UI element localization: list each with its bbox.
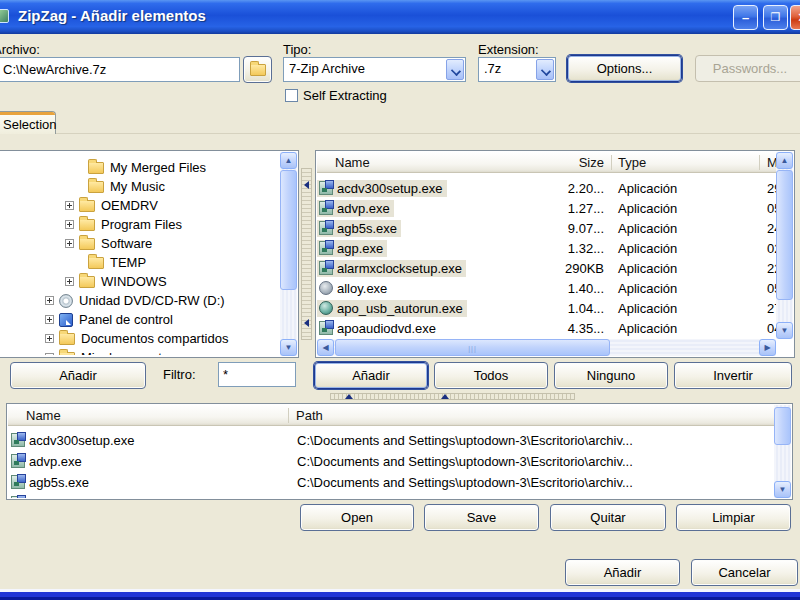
- browse-button[interactable]: [243, 56, 272, 83]
- file-row[interactable]: advp.exe 1.27...Aplicación05: [317, 198, 776, 218]
- column-header-name[interactable]: Name: [335, 155, 370, 170]
- scrollbar-thumb[interactable]: [774, 407, 791, 445]
- tree-item[interactable]: Program Files: [65, 215, 182, 234]
- scroll-up-icon[interactable]: ▲: [776, 152, 793, 169]
- tree-item[interactable]: My Merged Files: [88, 158, 206, 177]
- file-list-vertical-scrollbar[interactable]: ▲ ▼: [776, 152, 793, 339]
- maximize-button[interactable]: ❒: [763, 5, 788, 30]
- tree-item[interactable]: Panel de control: [45, 310, 173, 329]
- add-files-button[interactable]: Añadir: [314, 362, 428, 389]
- anadir-dialog-button[interactable]: Añadir: [565, 559, 680, 586]
- invert-selection-button[interactable]: Invertir: [674, 362, 792, 389]
- add-folder-button[interactable]: Añadir: [10, 362, 146, 389]
- title-bar[interactable]: ZipZag - Añadir elementos – ❒ ✕: [0, 0, 800, 34]
- scroll-down-icon[interactable]: ▼: [280, 339, 297, 356]
- folder-icon: [59, 352, 75, 356]
- expand-plus-icon[interactable]: [65, 239, 74, 248]
- chevron-down-icon[interactable]: [446, 59, 464, 80]
- passwords-button[interactable]: Passwords...: [695, 55, 800, 82]
- archive-type-select[interactable]: 7-Zip Archive: [283, 57, 466, 82]
- tree-item[interactable]: Documentos compartidos: [45, 329, 228, 348]
- limpiar-button[interactable]: Limpiar: [676, 504, 791, 531]
- self-extracting-label: Self Extracting: [303, 88, 387, 103]
- added-file-row[interactable]: agp.exe C:\Documents and Settings\uptodo…: [9, 493, 79, 498]
- tree-item[interactable]: My Music: [88, 177, 165, 196]
- expand-plus-icon[interactable]: [45, 334, 54, 343]
- scroll-right-icon[interactable]: ▶: [759, 339, 776, 356]
- open-button[interactable]: Open: [300, 504, 414, 531]
- horizontal-splitter[interactable]: [330, 393, 575, 400]
- file-row[interactable]: agp.exe 1.32...Aplicación02: [317, 238, 776, 258]
- added-file-row[interactable]: acdv300setup.exe C:\Documents and Settin…: [9, 430, 139, 450]
- folder-icon: [88, 181, 104, 193]
- column-header-name[interactable]: Name: [26, 408, 61, 423]
- options-button[interactable]: Options...: [567, 55, 682, 82]
- extension-value: .7z: [484, 61, 501, 76]
- installer-icon: [11, 475, 25, 489]
- tree-vertical-scrollbar[interactable]: ▲ ▼: [280, 152, 297, 356]
- select-all-button[interactable]: Todos: [434, 362, 548, 389]
- column-header-size[interactable]: Size: [542, 155, 604, 170]
- file-row[interactable]: alloy.exe 1.40...Aplicación05: [317, 278, 776, 298]
- tree-item[interactable]: TEMP: [88, 253, 146, 272]
- collapse-left-icon[interactable]: [304, 181, 309, 189]
- quitar-button[interactable]: Quitar: [550, 504, 666, 531]
- installer-icon: [319, 241, 333, 255]
- tree-item[interactable]: Unidad DVD/CD-RW (D:): [45, 291, 225, 310]
- tree-item[interactable]: Mis documentos: [45, 348, 176, 355]
- scrollbar-thumb[interactable]: |||: [335, 339, 610, 356]
- installer-icon: [11, 433, 25, 447]
- panel-splitter[interactable]: [301, 168, 312, 340]
- scroll-left-icon[interactable]: ◀: [317, 339, 334, 356]
- file-list[interactable]: Name Size Type M acdv300setup.exe 2.20..…: [315, 150, 795, 358]
- installer-icon: [11, 496, 25, 498]
- extension-select[interactable]: .7z: [478, 57, 556, 82]
- close-button[interactable]: ✕: [790, 5, 800, 30]
- scroll-down-icon[interactable]: ▼: [776, 322, 793, 339]
- scroll-up-icon[interactable]: ▲: [280, 152, 297, 169]
- expand-plus-icon[interactable]: [65, 201, 74, 210]
- save-button[interactable]: Save: [424, 504, 539, 531]
- file-row[interactable]: alarmxclocksetup.exe 290KBAplicación22: [317, 258, 776, 278]
- scroll-down-icon[interactable]: ▼: [774, 481, 791, 498]
- file-row[interactable]: agb5s.exe 9.07...Aplicación24: [317, 218, 776, 238]
- column-header-path[interactable]: Path: [296, 408, 323, 423]
- expand-plus-icon[interactable]: [65, 277, 74, 286]
- expand-plus-icon[interactable]: [65, 220, 74, 229]
- folder-tree[interactable]: My Merged Files My Music OEMDRV Program …: [0, 150, 299, 358]
- expand-plus-icon[interactable]: [45, 296, 54, 305]
- tree-item[interactable]: OEMDRV: [65, 196, 158, 215]
- tree-item[interactable]: WINDOWS: [65, 272, 167, 291]
- file-list-horizontal-scrollbar[interactable]: ◀ ||| ▶: [317, 339, 776, 356]
- cd-drive-icon: [59, 294, 73, 308]
- tree-scrollbar-thumb[interactable]: [280, 170, 297, 290]
- self-extracting-checkbox[interactable]: [285, 89, 298, 102]
- expand-plus-icon[interactable]: [45, 315, 54, 324]
- folder-open-icon: [250, 64, 266, 76]
- chevron-down-icon[interactable]: [536, 59, 554, 80]
- minimize-button[interactable]: –: [733, 5, 758, 30]
- folder-icon: [79, 238, 95, 250]
- filter-input[interactable]: [218, 362, 296, 387]
- added-list-scrollbar[interactable]: ▼: [774, 405, 791, 498]
- file-row[interactable]: apo_usb_autorun.exe 1.04...Aplicación27: [317, 298, 776, 318]
- added-file-row[interactable]: advp.exe C:\Documents and Settings\uptod…: [9, 451, 86, 471]
- installer-icon: [319, 321, 333, 335]
- app-icon: [0, 9, 9, 23]
- tree-item[interactable]: Software: [65, 234, 152, 253]
- file-row[interactable]: apoaudiodvd.exe 4.35...Aplicación04: [317, 318, 776, 338]
- column-header-type[interactable]: Type: [618, 155, 646, 170]
- expand-plus-icon[interactable]: [45, 353, 54, 355]
- file-row[interactable]: acdv300setup.exe 2.20...Aplicación29: [317, 178, 776, 198]
- added-files-list[interactable]: Name Path acdv300setup.exe C:\Documents …: [6, 403, 793, 500]
- tree-items: My Merged Files My Music OEMDRV Program …: [1, 155, 278, 355]
- cancelar-button[interactable]: Cancelar: [691, 559, 798, 586]
- collapse-up-icon[interactable]: [441, 394, 449, 399]
- collapse-up-icon[interactable]: [345, 394, 353, 399]
- added-file-row[interactable]: agb5s.exe C:\Documents and Settings\upto…: [9, 472, 93, 492]
- select-none-button[interactable]: Ninguno: [554, 362, 668, 389]
- archive-filename-input[interactable]: [0, 57, 240, 82]
- scrollbar-thumb[interactable]: [776, 170, 793, 300]
- collapse-left-icon[interactable]: [304, 319, 309, 327]
- tab-selection[interactable]: Selection: [0, 111, 56, 134]
